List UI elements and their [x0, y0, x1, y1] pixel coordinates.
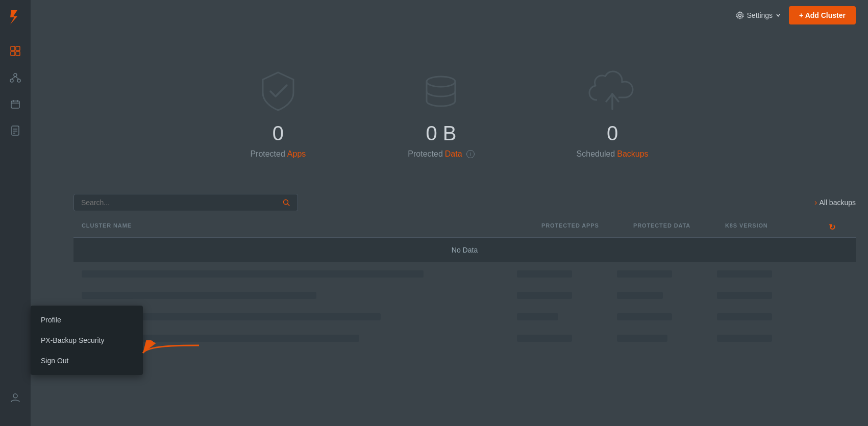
menu-item-signout[interactable]: Sign Out — [31, 350, 143, 371]
stats-section: 0 Protected Apps 0 B Protected Data i — [31, 31, 868, 194]
skeleton-bar — [82, 292, 316, 299]
skeleton-bar — [717, 292, 772, 299]
scheduled-backups-label: Scheduled Backups — [577, 149, 649, 159]
arrow-indicator — [138, 340, 204, 366]
search-input[interactable] — [81, 198, 278, 207]
skeleton-row-2 — [73, 286, 856, 305]
skeleton-bar — [517, 313, 558, 320]
protected-data-count: 0 B — [426, 123, 456, 143]
table-header: CLUSTER NAME PROTECTED APPS PROTECTED DA… — [73, 217, 856, 238]
sidebar-item-dashboard[interactable] — [7, 43, 23, 59]
svg-rect-2 — [16, 46, 20, 51]
database-icon-wrapper — [415, 66, 466, 117]
svg-rect-14 — [12, 126, 19, 135]
info-icon[interactable]: i — [466, 150, 475, 158]
stat-protected-data: 0 B Protected Data i — [408, 66, 474, 159]
protected-apps-label: Protected Apps — [250, 149, 306, 159]
skeleton-bar — [717, 313, 772, 320]
skeleton-row-3 — [73, 307, 856, 327]
skeleton-bar — [717, 335, 772, 342]
col-protected-apps: PROTECTED APPS — [541, 222, 633, 232]
chevron-right-icon: › — [814, 198, 817, 207]
skeleton-bar — [82, 270, 424, 278]
sidebar-item-clusters[interactable] — [7, 69, 23, 86]
svg-line-8 — [12, 77, 15, 79]
main-content: Settings + Add Cluster 0 Protected Apps — [31, 0, 868, 426]
all-backups-link[interactable]: › All backups — [814, 198, 856, 207]
sidebar-item-backups[interactable] — [7, 96, 23, 112]
shield-icon-wrapper — [253, 66, 304, 117]
popup-menu: Profile PX-Backup Security Sign Out — [31, 306, 143, 375]
skeleton-bar — [517, 335, 572, 342]
svg-rect-4 — [16, 52, 20, 56]
no-data-row: No Data — [73, 238, 856, 262]
content-section: › All backups CLUSTER NAME PROTECTED APP… — [61, 194, 868, 426]
skeleton-row-1 — [73, 264, 856, 284]
stat-protected-apps: 0 Protected Apps — [250, 66, 306, 159]
svg-point-20 — [427, 77, 455, 87]
add-cluster-button[interactable]: + Add Cluster — [789, 6, 856, 24]
cloud-icon-wrapper — [587, 66, 638, 117]
skeleton-bar — [617, 270, 672, 278]
sidebar-item-user[interactable] — [7, 389, 23, 406]
menu-item-security[interactable]: PX-Backup Security — [31, 330, 143, 350]
skeleton-bar — [717, 270, 772, 278]
col-cluster-name: CLUSTER NAME — [82, 222, 541, 232]
skeleton-bar — [517, 292, 572, 299]
skeleton-bar — [617, 335, 667, 342]
app-logo[interactable] — [6, 8, 24, 27]
svg-rect-1 — [11, 46, 15, 51]
refresh-icon[interactable]: ↻ — [817, 222, 848, 232]
sidebar — [0, 0, 31, 426]
svg-line-9 — [15, 77, 19, 79]
all-backups-label: All backups — [819, 198, 856, 207]
skeleton-bar — [617, 292, 663, 299]
chevron-down-icon — [776, 13, 781, 18]
svg-point-19 — [738, 14, 741, 17]
protected-apps-count: 0 — [272, 123, 284, 143]
svg-point-7 — [17, 79, 20, 82]
settings-label: Settings — [747, 11, 773, 19]
search-icon — [282, 198, 290, 207]
settings-button[interactable]: Settings — [736, 11, 781, 19]
svg-point-6 — [10, 79, 13, 82]
sidebar-item-reports[interactable] — [7, 122, 23, 139]
skeleton-bar — [617, 313, 672, 320]
col-k8s-version: K8S VERSION — [725, 222, 817, 232]
skeleton-bar — [517, 270, 572, 278]
stat-scheduled-backups: 0 Scheduled Backups — [577, 66, 649, 159]
svg-line-23 — [288, 204, 290, 206]
sidebar-bottom — [7, 389, 23, 416]
header: Settings + Add Cluster — [724, 0, 868, 31]
protected-data-label: Protected Data i — [408, 149, 474, 159]
svg-point-18 — [13, 394, 17, 398]
scheduled-backups-count: 0 — [607, 123, 618, 143]
gear-icon — [736, 11, 744, 19]
search-row: › All backups — [73, 194, 856, 211]
search-box[interactable] — [73, 194, 298, 211]
menu-item-profile[interactable]: Profile — [31, 310, 143, 330]
svg-rect-3 — [11, 52, 15, 56]
svg-point-5 — [14, 73, 17, 77]
svg-rect-10 — [11, 101, 19, 108]
col-protected-data: PROTECTED DATA — [633, 222, 725, 232]
